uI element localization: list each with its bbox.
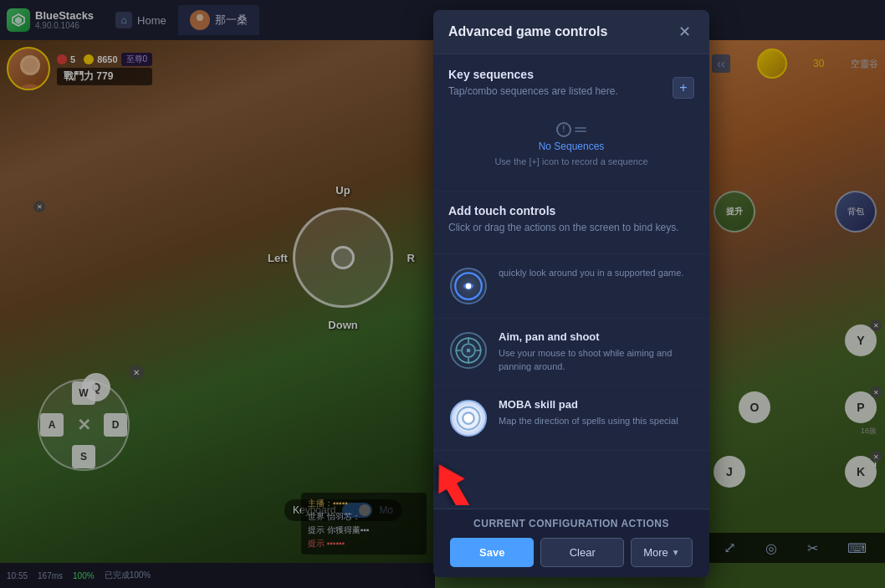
no-sequences-state: ! No Sequences Use the [+] icon to recor… xyxy=(448,112,694,178)
moba-skill-text: MOBA skill pad Map the direction of spel… xyxy=(499,398,694,428)
seq-line-1 xyxy=(575,127,586,129)
key-sequences-subtitle: Tap/combo sequences are listed here. xyxy=(448,84,618,99)
more-label: More xyxy=(643,546,668,559)
look-around-text: quickly look around you in a supported g… xyxy=(499,266,694,280)
aim-icon-wrap xyxy=(448,330,489,371)
aim-pan-item[interactable]: Aim, pan and shoot Use your mouse to sho… xyxy=(433,319,709,386)
panel-title: Advanced game controls xyxy=(448,24,607,39)
no-seq-icon: ! xyxy=(556,122,586,137)
chevron-down-icon: ▼ xyxy=(672,548,680,557)
key-sequences-section: Key sequences Tap/combo sequences are li… xyxy=(433,54,709,192)
look-around-icon-wrap xyxy=(448,266,489,306)
clear-button[interactable]: Clear xyxy=(540,538,624,567)
moba-skill-title: MOBA skill pad xyxy=(499,398,694,411)
no-seq-desc: Use the [+] icon to record a sequence xyxy=(494,156,647,168)
moba-skill-desc: Map the direction of spells using this s… xyxy=(499,414,694,428)
config-actions: Current configuration actions Save Clear… xyxy=(433,509,709,577)
moba-icon-wrap xyxy=(448,398,489,438)
key-sequences-title: Key sequences xyxy=(448,68,618,81)
config-title: Current configuration actions xyxy=(448,518,694,529)
panel-close-button[interactable]: ✕ xyxy=(674,22,694,42)
add-touch-section: Add touch controls Click or drag the act… xyxy=(433,192,709,254)
seq-line-2 xyxy=(575,130,586,132)
seq-record-icon: ! xyxy=(556,122,571,137)
aim-pan-text: Aim, pan and shoot Use your mouse to sho… xyxy=(499,330,694,374)
panel-header: Advanced game controls ✕ xyxy=(433,10,709,54)
save-button[interactable]: Save xyxy=(450,538,534,567)
config-buttons: Save Clear More ▼ xyxy=(448,538,694,567)
red-arrow-svg xyxy=(410,438,477,505)
aim-pan-desc: Use your mouse to shoot while aiming and… xyxy=(499,346,694,374)
add-sequence-button[interactable]: + xyxy=(673,77,694,99)
seq-lines xyxy=(575,127,586,132)
aim-pan-title: Aim, pan and shoot xyxy=(499,330,694,343)
look-around-desc: quickly look around you in a supported g… xyxy=(499,266,694,280)
svg-point-7 xyxy=(466,284,472,289)
look-around-item[interactable]: quickly look around you in a supported g… xyxy=(433,254,709,319)
arrow-indicator xyxy=(410,438,477,509)
moba-icon xyxy=(450,400,487,437)
seq-header: Key sequences Tap/combo sequences are li… xyxy=(448,68,694,109)
svg-point-10 xyxy=(467,349,471,353)
more-button[interactable]: More ▼ xyxy=(631,538,693,567)
look-around-icon xyxy=(450,268,487,304)
no-seq-label: No Sequences xyxy=(539,141,605,152)
svg-point-17 xyxy=(463,412,474,424)
add-touch-subtitle: Click or drag the actions on the screen … xyxy=(448,221,694,235)
add-touch-title: Add touch controls xyxy=(448,204,694,217)
aim-icon xyxy=(450,332,487,369)
